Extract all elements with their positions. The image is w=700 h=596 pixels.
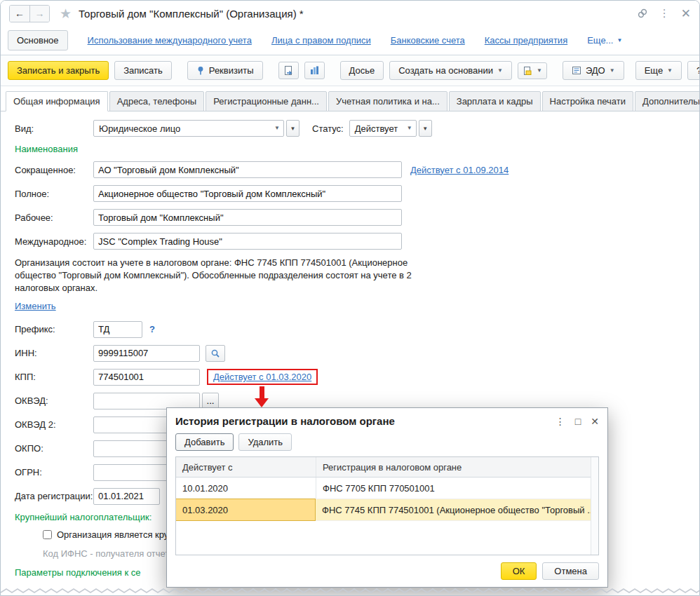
table-cell-date: 10.01.2020 <box>176 478 316 499</box>
annotation-arrow <box>255 386 269 407</box>
status-select[interactable]: Действует ▼ <box>349 120 417 137</box>
nav-link-bank-accounts[interactable]: Банковские счета <box>391 35 465 46</box>
table-row-selected[interactable]: 01.03.2020 ФНС 7745 КПП 774501001 (Акцио… <box>176 499 598 521</box>
attachments-dropdown-button[interactable]: ▼ <box>518 62 547 79</box>
okved-choose-button[interactable]: ... <box>202 393 219 409</box>
okpo-label: ОКПО: <box>15 443 93 454</box>
inn-input[interactable] <box>93 345 200 362</box>
tab-payroll-hr[interactable]: Зарплата и кадры <box>449 91 541 111</box>
nav-link-cash-desks[interactable]: Кассы предприятия <box>485 35 567 46</box>
favorite-star-icon[interactable]: ★ <box>60 6 72 22</box>
international-name-label: Международное: <box>15 236 93 247</box>
torn-edge-path <box>1 589 700 592</box>
edo-button[interactable]: ЭДО ▼ <box>563 61 624 80</box>
tab-print-settings[interactable]: Настройка печати <box>542 91 633 111</box>
add-button[interactable]: Добавить <box>175 433 234 451</box>
nav-link-international-accounting[interactable]: Использование международного учета <box>88 35 252 46</box>
dossier-button[interactable]: Досье <box>340 61 384 80</box>
chevron-down-icon: ▼ <box>422 126 428 132</box>
report-columns-icon <box>309 65 320 76</box>
dialog-close-icon[interactable]: ✕ <box>591 416 599 426</box>
tab-additional[interactable]: Дополнительно <box>635 91 700 111</box>
more-label: Еще <box>645 65 663 76</box>
kpp-label: КПП: <box>15 372 93 382</box>
registration-date-input[interactable] <box>93 488 160 505</box>
kind-value: Юридическое лицо <box>99 123 180 134</box>
forward-button[interactable]: → <box>29 6 49 22</box>
largest-taxpayer-checkbox[interactable] <box>43 530 52 539</box>
chevron-down-icon: ▼ <box>274 126 280 131</box>
table-row[interactable]: 10.01.2020 ФНС 7705 КПП 770501001 <box>176 478 598 499</box>
help-button[interactable]: ? <box>687 61 700 80</box>
kind-select[interactable]: Юридическое лицо ▼ <box>93 120 284 137</box>
working-name-input[interactable] <box>93 209 402 226</box>
tab-accounting-policy[interactable]: Учетная политика и на... <box>328 91 447 111</box>
working-name-label: Рабочее: <box>15 212 93 223</box>
close-icon[interactable]: ✕ <box>681 6 691 21</box>
chevron-down-icon: ▼ <box>290 126 296 132</box>
requisites-pin-icon <box>196 66 205 75</box>
chevron-down-icon: ▼ <box>407 126 412 131</box>
dialog-kebab-menu-icon[interactable]: ⋮ <box>556 416 565 426</box>
prefix-input[interactable] <box>93 321 142 338</box>
nav-link-signatories[interactable]: Лица с правом подписи <box>271 35 371 46</box>
tab-addresses[interactable]: Адреса, телефоны <box>109 91 205 111</box>
create-based-on-label: Создать на основании <box>398 65 493 76</box>
edo-icon <box>572 66 581 75</box>
dialog-title: История регистрации в налоговом органе <box>175 415 556 427</box>
requisites-button[interactable]: Реквизиты <box>187 61 263 80</box>
dialog-footer: ОК Отмена <box>167 557 607 587</box>
change-link[interactable]: Изменить <box>15 301 56 311</box>
inn-label: ИНН: <box>15 348 93 358</box>
nav-more-label: Еще... <box>587 35 613 46</box>
short-name-input[interactable] <box>93 161 402 178</box>
short-name-label: Сокращенное: <box>15 165 93 175</box>
back-icon: ← <box>15 8 25 19</box>
more-button[interactable]: Еще ▼ <box>635 61 682 80</box>
document-icon <box>283 65 294 76</box>
inn-check-button[interactable] <box>206 345 225 362</box>
dialog-toolbar: Добавить Удалить <box>167 431 607 455</box>
back-button[interactable]: ← <box>10 6 29 22</box>
status-choose-button[interactable]: ▼ <box>419 120 432 137</box>
tab-general-info[interactable]: Общая информация <box>6 91 108 111</box>
names-section-header: Наименования <box>15 144 699 154</box>
kind-choose-button[interactable]: ▼ <box>286 120 299 137</box>
nav-more-menu[interactable]: Еще... ▼ <box>587 35 622 46</box>
full-name-input[interactable] <box>93 185 402 202</box>
kebab-menu-icon[interactable]: ⋮ <box>659 7 670 20</box>
okved-input[interactable] <box>93 393 200 409</box>
chevron-down-icon: ▼ <box>667 68 673 74</box>
save-and-close-button[interactable]: Записать и закрыть <box>8 61 109 80</box>
report-columns-icon-button[interactable] <box>304 62 325 79</box>
document-icon-button[interactable] <box>278 62 299 79</box>
short-name-history-link[interactable]: Действует с 01.09.2014 <box>410 165 509 175</box>
kpp-history-link[interactable]: Действует с 01.03.2020 <box>213 372 311 382</box>
table-header-date[interactable]: Действует с <box>176 457 316 477</box>
international-name-input[interactable] <box>93 233 402 250</box>
kpp-input[interactable] <box>93 369 200 386</box>
app-window: ← → ★ Торговый дом "Комплексный" (Органи… <box>0 0 700 596</box>
registration-date-label: Дата регистрации: <box>15 491 93 501</box>
section-navbar: Основное Использование международного уч… <box>1 26 699 55</box>
nav-main-section[interactable]: Основное <box>8 30 68 50</box>
save-button[interactable]: Записать <box>114 61 172 80</box>
table-cell-date: 01.03.2020 <box>175 499 316 521</box>
create-based-on-button[interactable]: Создать на основании ▼ <box>389 61 512 80</box>
dialog-maximize-icon[interactable]: □ <box>575 416 581 426</box>
tab-registration-data[interactable]: Регистрационные данн... <box>206 91 327 111</box>
prefix-help-link[interactable]: ? <box>149 324 155 334</box>
table-header-registration[interactable]: Регистрация в налоговом органе <box>316 457 598 477</box>
delete-button[interactable]: Удалить <box>238 433 292 451</box>
prefix-label: Префикс: <box>15 324 93 334</box>
cancel-button[interactable]: Отмена <box>542 562 599 580</box>
forward-icon: → <box>35 8 45 19</box>
history-table: Действует с Регистрация в налоговом орга… <box>175 456 599 555</box>
kind-label: Вид: <box>15 123 93 134</box>
ok-button[interactable]: ОК <box>501 562 537 580</box>
get-link-icon[interactable] <box>637 8 648 19</box>
status-value: Действует <box>355 123 398 134</box>
table-scrollbar[interactable] <box>591 457 598 555</box>
edo-label: ЭДО <box>586 65 605 76</box>
table-header-row: Действует с Регистрация в налоговом орга… <box>176 457 598 478</box>
